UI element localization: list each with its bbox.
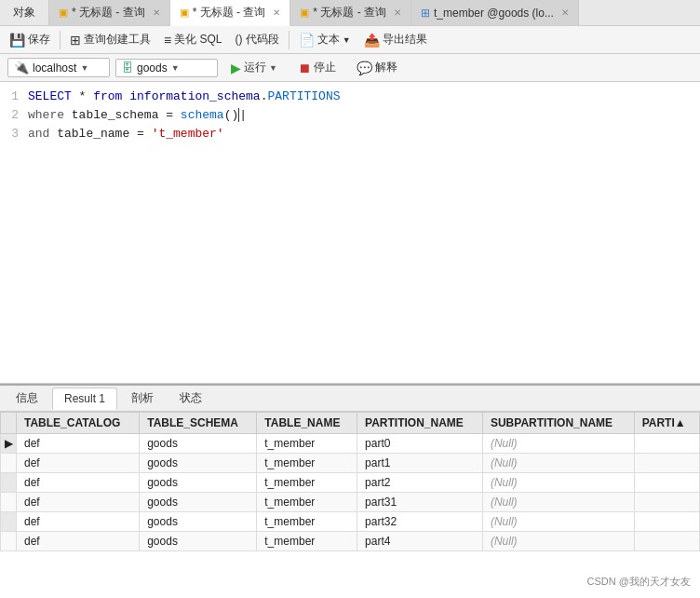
code-text-3: and table_name = 't_member'	[28, 126, 700, 143]
tab-objects[interactable]: 对象	[0, 0, 49, 25]
tab-bar: 对象 ▣ * 无标题 - 查询 ✕ ▣ * 无标题 - 查询 ✕ ▣ * 无标题…	[0, 0, 700, 26]
cell-subpartition: (Null)	[482, 434, 634, 454]
query-builder-button[interactable]: ⊞ 查询创建工具	[64, 30, 156, 49]
col-table-name[interactable]: TABLE_NAME	[257, 413, 357, 434]
tab-query3[interactable]: ▣ * 无标题 - 查询 ✕	[290, 0, 411, 25]
run-label: 运行	[244, 60, 266, 75]
tab-result1-label: Result 1	[64, 392, 105, 405]
stop-button[interactable]: ⏹ 停止	[290, 58, 343, 77]
run-button[interactable]: ▶ 运行 ▼	[223, 58, 285, 77]
cell-name: t_member	[257, 454, 357, 473]
result-tabs: 信息 Result 1 剖析 状态	[0, 386, 700, 412]
cell-parti	[634, 473, 699, 493]
tab-query2-label: * 无标题 - 查询	[193, 5, 266, 20]
cell-parti	[634, 512, 699, 532]
host-chevron: ▼	[80, 63, 88, 73]
cell-parti	[634, 532, 699, 551]
export-icon: 📤	[364, 33, 380, 48]
line-num-3: 3	[0, 126, 28, 143]
tab-objects-label: 对象	[13, 5, 35, 20]
db-value: goods	[137, 61, 168, 75]
tab-t-member-close[interactable]: ✕	[561, 7, 569, 18]
text-chevron: ▼	[343, 35, 351, 45]
table-row[interactable]: def goods t_member part31 (Null)	[1, 493, 700, 512]
table-row[interactable]: def goods t_member part4 (Null)	[1, 532, 700, 551]
cell-schema: goods	[140, 512, 257, 532]
table-icon: ⊞	[421, 7, 430, 20]
cell-parti	[634, 434, 699, 454]
col-table-schema[interactable]: TABLE_SCHEMA	[140, 413, 257, 434]
line-num-2: 2	[0, 107, 28, 124]
cell-name: t_member	[257, 434, 357, 454]
cell-partition: part0	[357, 434, 483, 454]
text-button[interactable]: 📄 文本 ▼	[293, 30, 357, 49]
query-icon-3: ▣	[300, 7, 309, 19]
host-icon: 🔌	[14, 61, 29, 75]
text-label: 文本	[317, 32, 340, 48]
tab-info-label: 信息	[16, 391, 38, 404]
cell-name: t_member	[257, 493, 357, 512]
table-header-row: TABLE_CATALOG TABLE_SCHEMA TABLE_NAME PA…	[1, 413, 700, 434]
main-container: 💾 保存 ⊞ 查询创建工具 ≡ 美化 SQL () 代码段 📄 文本 ▼	[0, 26, 700, 598]
db-chevron: ▼	[171, 63, 180, 73]
result-table-wrap[interactable]: TABLE_CATALOG TABLE_SCHEMA TABLE_NAME PA…	[0, 412, 700, 598]
toolbar-sep-1	[60, 31, 61, 49]
result-table: TABLE_CATALOG TABLE_SCHEMA TABLE_NAME PA…	[0, 412, 700, 551]
tab-profile[interactable]: 剖析	[119, 386, 166, 411]
code-line-3: 3 and table_name = 't_member'	[0, 125, 700, 143]
cell-schema: goods	[140, 532, 257, 551]
host-value: localhost	[33, 61, 76, 75]
tab-query1-close[interactable]: ✕	[153, 7, 160, 18]
cell-schema: goods	[140, 473, 257, 493]
explain-button[interactable]: 💬 解释	[349, 58, 405, 77]
bottom-panel: 信息 Result 1 剖析 状态 TABLE_CATALOG TABLE_SC…	[0, 384, 700, 598]
cell-catalog: def	[17, 493, 140, 512]
db-selector[interactable]: 🗄 goods ▼	[115, 59, 218, 77]
tab-query1[interactable]: ▣ * 无标题 - 查询 ✕	[49, 0, 170, 25]
col-parti[interactable]: PARTI▲	[634, 413, 699, 434]
code-text-1: SELECT * from information_schema.PARTITI…	[28, 88, 700, 105]
tab-query3-close[interactable]: ✕	[394, 7, 401, 18]
cell-name: t_member	[257, 473, 357, 493]
stop-icon: ⏹	[298, 61, 311, 75]
explain-icon: 💬	[357, 61, 372, 75]
export-button[interactable]: 📤 导出结果	[358, 30, 433, 49]
tab-status[interactable]: 状态	[168, 386, 214, 411]
row-indicator	[1, 532, 17, 551]
save-button[interactable]: 💾 保存	[4, 30, 56, 49]
col-partition-name[interactable]: PARTITION_NAME	[357, 413, 483, 434]
cell-partition: part1	[357, 454, 483, 473]
col-subpartition-name[interactable]: SUBPARTITION_NAME	[482, 413, 634, 434]
toolbar-sep-2	[289, 31, 289, 49]
col-table-catalog[interactable]: TABLE_CATALOG	[17, 413, 140, 434]
table-row[interactable]: def goods t_member part1 (Null)	[1, 454, 700, 473]
tab-info[interactable]: 信息	[4, 386, 50, 411]
cell-schema: goods	[140, 454, 257, 473]
beautify-button[interactable]: ≡ 美化 SQL	[158, 30, 228, 49]
cell-parti	[634, 454, 699, 473]
cell-partition: part4	[357, 532, 483, 551]
row-indicator	[1, 512, 17, 532]
cell-subpartition: (Null)	[482, 473, 634, 493]
table-row[interactable]: def goods t_member part32 (Null)	[1, 512, 700, 532]
cell-partition: part31	[357, 493, 483, 512]
tab-result1[interactable]: Result 1	[52, 387, 117, 410]
col-indicator	[1, 413, 17, 434]
table-row[interactable]: def goods t_member part2 (Null)	[1, 473, 700, 493]
tab-query2[interactable]: ▣ * 无标题 - 查询 ✕	[170, 0, 291, 26]
sql-editor[interactable]: 1 SELECT * from information_schema.PARTI…	[0, 82, 700, 384]
stop-label: 停止	[314, 60, 336, 75]
cell-parti	[634, 493, 699, 512]
tab-query2-close[interactable]: ✕	[273, 7, 280, 18]
tab-profile-label: 剖析	[131, 391, 154, 404]
cell-catalog: def	[17, 532, 140, 551]
row-indicator	[1, 473, 17, 493]
code-snippet-button[interactable]: () 代码段	[230, 30, 285, 49]
tab-query3-label: * 无标题 - 查询	[313, 5, 386, 20]
cell-schema: goods	[140, 493, 257, 512]
table-row[interactable]: ▶ def goods t_member part0 (Null)	[1, 434, 700, 454]
host-selector[interactable]: 🔌 localhost ▼	[7, 58, 110, 77]
toolbar: 💾 保存 ⊞ 查询创建工具 ≡ 美化 SQL () 代码段 📄 文本 ▼	[0, 26, 700, 54]
tab-t-member[interactable]: ⊞ t_member @goods (lo... ✕	[411, 0, 579, 25]
row-indicator	[1, 493, 17, 512]
